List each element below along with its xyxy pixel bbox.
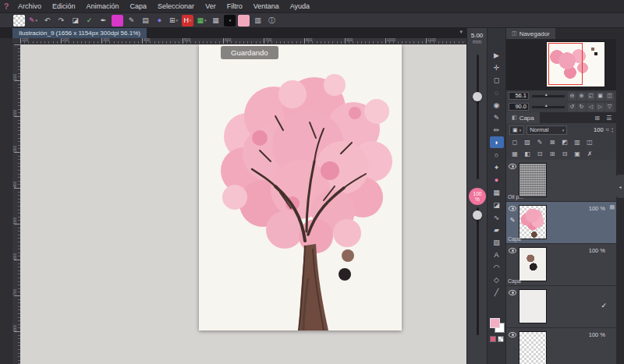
- pink-color-swatch[interactable]: ▾: [238, 15, 250, 27]
- layer-thumbnail[interactable]: [519, 163, 547, 197]
- merge-down-button[interactable]: ⊟: [560, 150, 569, 159]
- black-color-swatch[interactable]: ▾: [224, 15, 236, 27]
- layer-menu-button[interactable]: ☰: [604, 113, 614, 122]
- green-checker-button[interactable]: ▦ ▾: [196, 15, 207, 27]
- menu-item[interactable]: Capa: [125, 2, 153, 10]
- new-layer-palette-button[interactable]: ⊞: [592, 113, 602, 122]
- menu-item[interactable]: Seleccionar: [152, 2, 200, 10]
- menu-item[interactable]: Ventana: [248, 2, 285, 10]
- pen-nib-button[interactable]: ✒ ▾: [98, 15, 109, 27]
- redo-button[interactable]: ↷ ▾: [55, 15, 67, 27]
- move-layer-tool[interactable]: ✛: [490, 62, 504, 73]
- layer-row[interactable]: ✎ 100 % ▤ ✓ Capa: [506, 244, 616, 286]
- tab-layers[interactable]: ◧ Capa: [506, 112, 540, 123]
- reference-layer-icon[interactable]: ◩: [560, 138, 569, 147]
- info-button[interactable]: ⓘ ▾: [266, 15, 278, 27]
- brush-stroke-button[interactable]: ✎ ▾: [126, 15, 137, 27]
- menu-item[interactable]: Filtro: [222, 2, 248, 10]
- gray-checker-button[interactable]: ▦ ▾: [210, 15, 222, 27]
- navigator-view-rect[interactable]: [548, 43, 583, 85]
- brush-size-slider-knob[interactable]: [473, 92, 482, 101]
- navigator-rotate-value[interactable]: 90.0: [509, 103, 529, 111]
- red-chip[interactable]: [490, 336, 496, 342]
- tab-navigator[interactable]: ◫ Navegador: [506, 28, 555, 39]
- reset-view-button[interactable]: ▽: [605, 103, 614, 111]
- zoom-in-button[interactable]: ⊕: [577, 92, 586, 101]
- layer-thumbnail[interactable]: [519, 205, 547, 239]
- stamp-button[interactable]: ▤ ▾: [140, 15, 151, 27]
- navigator-rotate-slider[interactable]: ▴: [532, 106, 565, 108]
- navigator-zoom-slider[interactable]: ▴: [532, 95, 565, 97]
- duplicate-layer-button[interactable]: ⊡: [535, 150, 544, 159]
- eraser-button[interactable]: ◪ ▾: [69, 15, 81, 27]
- selection-tool[interactable]: ◻: [490, 74, 504, 86]
- app-logo-icon[interactable]: ?: [0, 2, 12, 11]
- layer-checkmark-icon[interactable]: ✓: [601, 302, 607, 309]
- eyedropper-tool[interactable]: ◉: [490, 99, 504, 111]
- collapse-panel-button[interactable]: ◂: [616, 175, 624, 198]
- visibility-eye-icon[interactable]: [509, 248, 516, 253]
- brush-size-slider-track[interactable]: [477, 55, 479, 179]
- document-tab[interactable]: Ilustración_9 (1656 x 1154px 300dpi 56.1…: [12, 28, 147, 38]
- rotate-left-button[interactable]: ↺: [568, 103, 576, 111]
- figure-tool[interactable]: ◇: [490, 274, 504, 285]
- transparent-color-button[interactable]: ▾: [13, 15, 25, 27]
- layer-row[interactable]: ✎ ▤ ✓: [506, 286, 616, 328]
- tab-list-chevron-icon[interactable]: ▾: [459, 29, 463, 35]
- transparency-lock-icon[interactable]: ◻: [510, 138, 519, 147]
- gradient-tool[interactable]: ▨: [490, 236, 504, 248]
- zoom-slider-knob[interactable]: [473, 210, 482, 220]
- main-color-swatch[interactable]: [490, 318, 500, 328]
- blend-mode-select[interactable]: Normal ▾: [526, 125, 567, 135]
- canvas-area[interactable]: Guardando: [20, 44, 466, 364]
- visibility-eye-icon[interactable]: [509, 206, 516, 211]
- menu-item[interactable]: Ayuda: [285, 2, 315, 10]
- actual-size-button[interactable]: ▣: [596, 92, 604, 101]
- decoration-tool[interactable]: ✦: [490, 161, 504, 173]
- new-folder-button[interactable]: ◧: [523, 150, 532, 159]
- reset-rotation-button[interactable]: ◁: [587, 103, 595, 111]
- text-tool[interactable]: A: [490, 249, 504, 260]
- layer-thumbnail[interactable]: [519, 247, 547, 281]
- snap-check-button[interactable]: ✓ ▾: [83, 15, 95, 27]
- airbrush-tool[interactable]: ○: [490, 149, 504, 161]
- balloon-tool[interactable]: ◠: [490, 261, 504, 273]
- slider-knob-icon[interactable]: ▴: [545, 102, 548, 108]
- operation-tool[interactable]: ▶: [490, 49, 504, 61]
- round-brush-button[interactable]: ● ▾: [154, 15, 165, 27]
- sub-tool-pen-button[interactable]: ✎ ▾: [27, 15, 39, 27]
- magenta-color-swatch[interactable]: ▾: [112, 15, 123, 27]
- fit-screen-button[interactable]: ◱: [587, 92, 595, 101]
- grid-tool[interactable]: ▦: [490, 186, 504, 198]
- brush-size-value[interactable]: 5.00: [467, 32, 487, 39]
- undo-button[interactable]: ↶ ▾: [41, 15, 53, 27]
- visibility-eye-icon[interactable]: [509, 164, 516, 169]
- layer-opacity-value[interactable]: 100: [594, 126, 604, 133]
- zoom-slider-track[interactable]: [477, 207, 479, 335]
- flip-horizontal-button[interactable]: ▷: [596, 103, 604, 111]
- layer-thumbnail[interactable]: [519, 289, 547, 323]
- brush-tool[interactable]: ◗: [490, 136, 504, 148]
- pen-tool[interactable]: ✎: [490, 111, 504, 123]
- document-canvas[interactable]: [199, 44, 402, 330]
- layer-thumbnail[interactable]: [519, 331, 547, 364]
- liquify-tool[interactable]: ●: [490, 174, 504, 186]
- zoom-out-button[interactable]: ⊖: [568, 92, 576, 101]
- layer-row[interactable]: ✎ ▤ ✓ Oil p...: [506, 160, 616, 202]
- menu-item[interactable]: Ver: [200, 2, 222, 10]
- lock-icon[interactable]: ▨: [523, 138, 532, 147]
- new-raster-layer-button[interactable]: ▦: [510, 150, 519, 159]
- flip-view-button[interactable]: ◫: [605, 92, 614, 101]
- layer-row[interactable]: ✎ 100 % ▤ ✓ Capa: [506, 202, 616, 244]
- layer-mask-icon[interactable]: ◫: [585, 138, 594, 147]
- menu-item[interactable]: Edición: [47, 2, 81, 10]
- slider-knob-icon[interactable]: ▴: [545, 91, 548, 97]
- eraser-tool[interactable]: ◪: [490, 199, 504, 210]
- clip-to-layer-icon[interactable]: ⊠: [548, 138, 557, 147]
- spin-down-icon[interactable]: ▾: [612, 130, 613, 133]
- navigator-thumbnail[interactable]: [547, 42, 604, 87]
- apply-mask-button[interactable]: ▣: [573, 150, 582, 159]
- palette-combo[interactable]: ▣ ▾: [509, 125, 524, 135]
- onion-skin-icon[interactable]: ▥: [573, 138, 582, 147]
- pencil-tool[interactable]: ✏: [490, 124, 504, 136]
